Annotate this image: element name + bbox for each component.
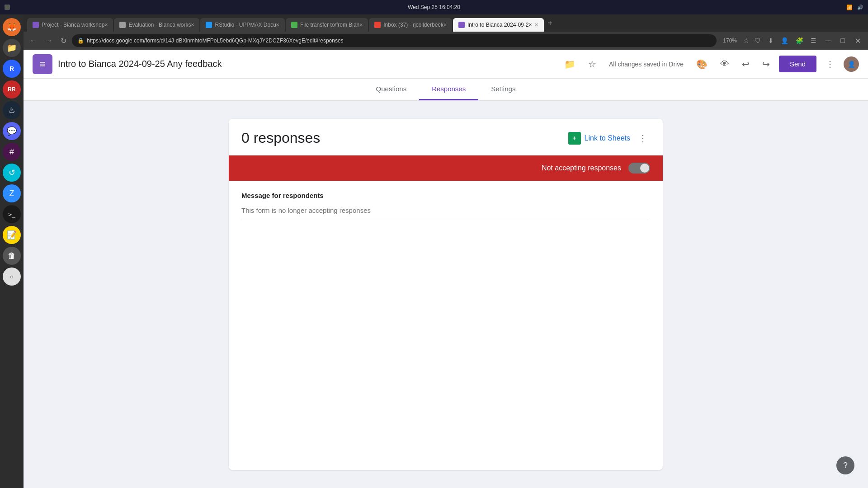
sidebar-icon-steam[interactable]: ♨: [3, 101, 21, 119]
download-icon[interactable]: ⬇: [765, 35, 776, 46]
tab-evaluation[interactable]: Evaluation - Bianca works×: [114, 18, 199, 32]
minimize-button[interactable]: ─: [822, 32, 834, 49]
preview-button[interactable]: 👁: [717, 55, 733, 73]
taskbar-right: 📶 🔊: [846, 5, 863, 10]
help-icon: ?: [843, 461, 848, 470]
sidebar-icon-discord[interactable]: 💬: [3, 122, 21, 140]
tab-favicon-project: [33, 22, 39, 28]
tab-label-forms: Intro to Bianca 2024-09-2×: [467, 22, 532, 28]
tab-favicon-evaluation: [119, 22, 126, 28]
tab-questions-label: Questions: [376, 85, 407, 93]
content-area: 0 responses + Link to Sheets ⋮ Not accep…: [24, 101, 868, 488]
volume-icon: 🔊: [857, 5, 863, 10]
tab-label-project: Project - Bianca workshop×: [42, 22, 108, 28]
browser-actions: 🛡 ⬇ 👤 🧩 ☰: [752, 35, 819, 46]
new-tab-button[interactable]: +: [545, 19, 555, 28]
tab-label-evaluation: Evaluation - Bianca works×: [128, 22, 194, 28]
avatar-image: 👤: [848, 61, 855, 68]
menu-icon[interactable]: ☰: [808, 35, 819, 46]
tab-settings-label: Settings: [491, 85, 515, 93]
tab-close-forms[interactable]: ✕: [534, 22, 538, 28]
tab-favicon-forms: [458, 22, 465, 28]
close-button[interactable]: ✕: [851, 32, 864, 49]
sidebar-icon-slack[interactable]: #: [3, 143, 21, 161]
star-button[interactable]: ☆: [585, 55, 600, 73]
shield-icon[interactable]: 🛡: [752, 35, 764, 46]
tab-gmail[interactable]: Inbox (37) - rjcbilderbeek×: [369, 18, 452, 32]
network-icon: 📶: [846, 5, 853, 10]
responses-card: 0 responses + Link to Sheets ⋮ Not accep…: [229, 119, 663, 470]
redo-button[interactable]: ↪: [759, 55, 774, 73]
sidebar-icon-circle[interactable]: ○: [3, 267, 21, 286]
toggle-knob: [640, 164, 649, 173]
lock-icon: 🔒: [77, 38, 84, 44]
accepting-toggle[interactable]: [628, 163, 650, 174]
link-to-sheets-button[interactable]: + Link to Sheets: [568, 132, 630, 145]
tab-favicon-file-transfer: [291, 22, 297, 28]
responses-actions: + Link to Sheets ⋮: [568, 130, 650, 146]
message-label: Message for respondents: [241, 192, 650, 199]
sidebar-icon-zoom[interactable]: Z: [3, 184, 21, 202]
tab-responses-label: Responses: [432, 85, 466, 93]
palette-button[interactable]: 🎨: [693, 55, 711, 73]
sidebar-icon-rr[interactable]: RR: [3, 80, 21, 99]
reload-button[interactable]: ↻: [58, 35, 69, 47]
sidebar-icon-recyclarr[interactable]: ↺: [3, 164, 21, 182]
taskbar: Wed Sep 25 16:04:20 📶 🔊: [0, 0, 868, 14]
bookmark-icon[interactable]: ☆: [743, 37, 749, 45]
url-box[interactable]: 🔒 https://docs.google.com/forms/d/14J-dB…: [72, 34, 717, 47]
taskbar-start[interactable]: [5, 5, 10, 10]
help-button[interactable]: ?: [836, 456, 854, 474]
folder-button[interactable]: 📁: [561, 55, 579, 73]
not-accepting-banner: Not accepting responses: [229, 155, 663, 181]
maximize-button[interactable]: □: [837, 32, 849, 49]
profile-icon[interactable]: 👤: [778, 35, 791, 46]
link-to-sheets-label: Link to Sheets: [585, 134, 630, 142]
main-content: ≡ Intro to Bianca 2024-09-25 Any feedbac…: [24, 50, 868, 488]
responses-more-button[interactable]: ⋮: [636, 130, 650, 146]
url-text: https://docs.google.com/forms/d/14J-dBXi…: [87, 38, 344, 44]
extensions-icon[interactable]: 🧩: [793, 35, 806, 46]
back-button[interactable]: ←: [27, 35, 40, 47]
taskbar-datetime: Wed Sep 25 16:04:20: [408, 4, 460, 10]
sidebar-icon-r[interactable]: R: [3, 60, 21, 78]
sheets-icon: +: [568, 132, 581, 145]
zoom-level: 170%: [719, 38, 741, 44]
tab-label-rstudio: RStudio - UPPMAX Docu×: [215, 22, 279, 28]
sidebar-icon-trash[interactable]: 🗑: [3, 247, 21, 265]
sidebar-icon-files[interactable]: 📁: [3, 39, 21, 57]
tab-rstudio[interactable]: RStudio - UPPMAX Docu×: [200, 18, 284, 32]
avatar[interactable]: 👤: [844, 56, 859, 72]
tab-responses[interactable]: Responses: [419, 79, 478, 100]
responses-count: 0 responses: [241, 130, 320, 146]
sidebar: 🦊 📁 R RR ♨ 💬 # ↺ Z >_ 📝 🗑 ○: [0, 14, 24, 488]
tab-project[interactable]: Project - Bianca workshop×: [27, 18, 113, 32]
send-button[interactable]: Send: [779, 56, 816, 72]
tab-label-gmail: Inbox (37) - rjcbilderbeek×: [383, 22, 447, 28]
more-options-button[interactable]: ⋮: [822, 55, 838, 73]
save-status: All changes saved in Drive: [609, 61, 684, 68]
tab-bar: Project - Bianca workshop× Evaluation - …: [24, 14, 868, 32]
not-accepting-label: Not accepting responses: [542, 164, 621, 172]
tab-questions[interactable]: Questions: [363, 79, 420, 100]
app-header: ≡ Intro to Bianca 2024-09-25 Any feedbac…: [24, 50, 868, 79]
sidebar-icon-notes[interactable]: 📝: [3, 226, 21, 244]
url-bar-row: ← → ↻ 🔒 https://docs.google.com/forms/d/…: [24, 32, 868, 50]
responses-header: 0 responses + Link to Sheets ⋮: [229, 119, 663, 155]
forward-button[interactable]: →: [42, 35, 55, 47]
tab-favicon-gmail: [374, 22, 381, 28]
form-icon: ≡: [33, 54, 52, 74]
sidebar-icon-firefox[interactable]: 🦊: [3, 18, 21, 36]
message-section: Message for respondents: [229, 181, 663, 229]
tab-settings[interactable]: Settings: [478, 79, 528, 100]
form-icon-symbol: ≡: [40, 58, 46, 70]
tab-favicon-rstudio: [206, 22, 212, 28]
tab-file-transfer[interactable]: File transfer to/from Bian×: [286, 18, 368, 32]
form-title: Intro to Bianca 2024-09-25 Any feedback: [58, 59, 555, 69]
undo-button[interactable]: ↩: [738, 55, 753, 73]
message-input[interactable]: [241, 206, 650, 218]
tab-forms-active[interactable]: Intro to Bianca 2024-09-2× ✕: [453, 18, 544, 32]
tab-label-file-transfer: File transfer to/from Bian×: [300, 22, 363, 28]
tabs-nav: Questions Responses Settings: [24, 79, 868, 101]
sidebar-icon-terminal[interactable]: >_: [3, 205, 21, 223]
